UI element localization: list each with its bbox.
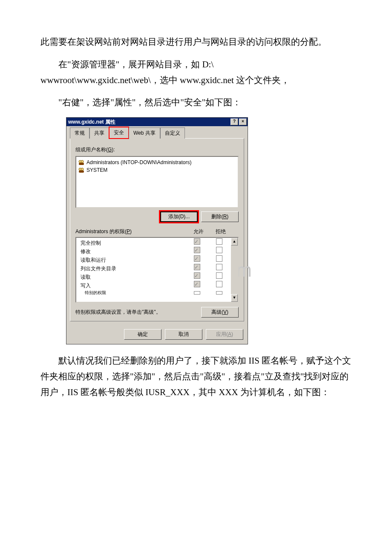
permissions-header: Administrators 的权限(P) 允许 拒绝 bbox=[75, 227, 239, 236]
list-item[interactable]: SYSTEM bbox=[78, 166, 236, 174]
perm-row-special: 特别的权限 bbox=[81, 290, 230, 296]
help-button[interactable]: ? bbox=[231, 119, 238, 125]
deny-checkbox[interactable] bbox=[216, 281, 222, 287]
tab-webshare[interactable]: Web 共享 bbox=[129, 127, 160, 139]
tab-strip: 常规 共享 安全 Web 共享 自定义 bbox=[70, 129, 244, 138]
properties-dialog: www.gxidc.net 属性 ? × 常规 共享 安全 Web 共享 自定义… bbox=[66, 117, 248, 344]
tab-general[interactable]: 常规 bbox=[70, 127, 89, 139]
add-remove-row: 添加(D)... 删除(R) bbox=[75, 211, 239, 222]
remove-button[interactable]: 删除(R) bbox=[201, 211, 239, 222]
dialog-body: 常规 共享 安全 Web 共享 自定义 组或用户名称(G): bbox=[66, 126, 248, 326]
close-button[interactable]: × bbox=[239, 119, 247, 125]
allow-checkbox[interactable] bbox=[194, 247, 200, 253]
group-icon bbox=[78, 167, 85, 173]
groups-label: 组或用户名称(G): bbox=[75, 145, 239, 154]
allow-checkbox[interactable] bbox=[194, 272, 200, 279]
deny-checkbox[interactable] bbox=[216, 264, 222, 270]
svg-rect-2 bbox=[79, 163, 84, 165]
screenshot-figure: www.b o .com www.gxidc.net 属性 ? × 常规 共享 … bbox=[66, 117, 352, 344]
advanced-button[interactable]: 高级(V) bbox=[201, 307, 239, 318]
tab-security[interactable]: 安全 bbox=[109, 127, 129, 139]
ok-button[interactable]: 确定 bbox=[124, 329, 161, 340]
allow-checkbox[interactable] bbox=[194, 264, 200, 270]
tab-custom[interactable]: 自定义 bbox=[160, 127, 185, 139]
advanced-text: 特别权限或高级设置，请单击"高级"。 bbox=[75, 308, 201, 317]
allow-checkbox[interactable] bbox=[194, 255, 200, 262]
security-panel: 组或用户名称(G): Administrators (INTOP-DOWN\Ad… bbox=[70, 138, 244, 321]
allow-header: 允许 bbox=[187, 227, 210, 236]
allow-checkbox[interactable] bbox=[194, 291, 200, 295]
advanced-row: 特别权限或高级设置，请单击"高级"。 高级(V) bbox=[75, 307, 239, 318]
perm-row-modify: 修改 bbox=[81, 247, 230, 256]
deny-header: 拒绝 bbox=[210, 227, 232, 236]
deny-checkbox[interactable] bbox=[216, 238, 222, 245]
perm-row-write: 写入 bbox=[81, 281, 230, 290]
paragraph-4: 默认情况我们已经删除别的用户了，接下就添加 IIS 匿名帐号，赋予这个文件夹相应… bbox=[40, 353, 352, 400]
cancel-button[interactable]: 取消 bbox=[165, 329, 202, 340]
users-listbox[interactable]: Administrators (INTOP-DOWN\Administrator… bbox=[75, 156, 239, 208]
perm-row-listdir: 列出文件夹目录 bbox=[81, 264, 230, 273]
dialog-title: www.gxidc.net 属性 bbox=[68, 118, 230, 127]
scrollbar[interactable]: ▲ ▼ bbox=[231, 238, 238, 302]
permissions-listbox: 完全控制 修改 读取和运行 bbox=[75, 237, 239, 303]
paragraph-3: "右健"，选择"属性"，然后选中"安全"如下图： bbox=[40, 95, 352, 110]
svg-point-1 bbox=[81, 160, 84, 163]
dialog-buttons: 确定 取消 应用(A) bbox=[66, 326, 248, 344]
dialog-titlebar: www.gxidc.net 属性 ? × bbox=[66, 118, 248, 126]
apply-button[interactable]: 应用(A) bbox=[206, 329, 243, 340]
perm-row-read: 读取 bbox=[81, 273, 230, 281]
deny-checkbox[interactable] bbox=[216, 291, 222, 295]
paragraph-2: 在"资源管理器"，展开网站目录，如 D:\ wwwroot\www.gxidc.… bbox=[40, 57, 352, 88]
scroll-down-button[interactable]: ▼ bbox=[231, 294, 238, 302]
tab-share[interactable]: 共享 bbox=[89, 127, 109, 139]
perm-row-readexec: 读取和运行 bbox=[81, 256, 230, 264]
add-button[interactable]: 添加(D)... bbox=[160, 211, 198, 222]
paragraph-1: 此需要在架设网站前对网站目录进行用户与网站目录的访问权限的分配。 bbox=[40, 34, 352, 50]
deny-checkbox[interactable] bbox=[216, 272, 222, 279]
perm-row-full: 完全控制 bbox=[81, 239, 230, 247]
deny-checkbox[interactable] bbox=[216, 255, 222, 262]
svg-rect-5 bbox=[79, 171, 84, 173]
svg-point-4 bbox=[81, 168, 84, 171]
document-page: 此需要在架设网站前对网站目录进行用户与网站目录的访问权限的分配。 在"资源管理器… bbox=[0, 0, 392, 424]
list-item[interactable]: Administrators (INTOP-DOWN\Administrator… bbox=[78, 159, 236, 166]
deny-checkbox[interactable] bbox=[216, 247, 222, 253]
allow-checkbox[interactable] bbox=[194, 281, 200, 287]
scroll-up-button[interactable]: ▲ bbox=[231, 238, 238, 246]
group-icon bbox=[78, 159, 85, 165]
permissions-label: Administrators 的权限(P) bbox=[75, 227, 187, 236]
allow-checkbox[interactable] bbox=[194, 238, 200, 245]
list-item-label: SYSTEM bbox=[86, 166, 107, 175]
